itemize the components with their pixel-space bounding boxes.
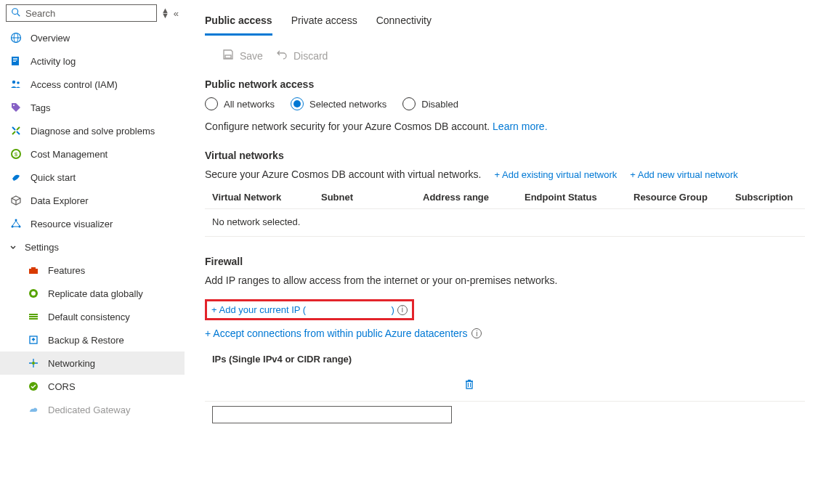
firewall-section: Firewall Add IP ranges to allow access f… [205, 256, 805, 431]
tab-private-access[interactable]: Private access [291, 15, 357, 36]
nav-label: Tags [31, 102, 50, 113]
svg-rect-22 [29, 316, 38, 317]
svg-rect-8 [13, 61, 16, 62]
learn-more-link[interactable]: Learn more. [493, 121, 547, 132]
radio-icon [205, 97, 218, 110]
accept-dc-link[interactable]: + Accept connections from within public … [205, 328, 467, 339]
toolbox-icon [28, 264, 39, 276]
radio-all-networks[interactable]: All networks [205, 97, 275, 110]
nav-cors[interactable]: CORS [0, 375, 185, 398]
discard-button[interactable]: Discard [276, 49, 328, 62]
info-icon[interactable]: i [471, 328, 482, 338]
svg-rect-23 [29, 318, 38, 320]
rocket-icon [10, 171, 22, 183]
nav-cost-management[interactable]: $ Cost Management [0, 142, 185, 166]
nav-label: Activity log [31, 56, 76, 67]
nav-consistency[interactable]: Default consistency [0, 305, 185, 328]
svg-point-9 [12, 81, 15, 84]
nav-label: Quick start [31, 172, 76, 183]
svg-rect-17 [29, 269, 38, 274]
nav-features[interactable]: Features [0, 259, 185, 282]
svg-point-25 [32, 362, 35, 365]
col-vn: Virtual Network [212, 192, 321, 203]
nav-group-label: Settings [25, 242, 59, 253]
nav-quick-start[interactable]: Quick start [0, 166, 185, 189]
svg-point-20 [31, 291, 36, 296]
ip-input[interactable] [212, 406, 452, 423]
nav-diagnose[interactable]: Diagnose and solve problems [0, 119, 185, 142]
save-button[interactable]: Save [222, 49, 263, 62]
nav-tags[interactable]: Tags [0, 96, 185, 119]
svg-point-11 [13, 105, 15, 106]
nav-resource-visualizer[interactable]: Resource visualizer [0, 212, 185, 235]
cors-icon [28, 381, 39, 392]
svg-rect-18 [31, 267, 36, 269]
public-network-heading: Public network access [205, 78, 805, 90]
vn-actions: + Add existing virtual network + Add new… [495, 169, 738, 180]
add-new-vn-link[interactable]: + Add new virtual network [630, 169, 738, 180]
radio-disabled[interactable]: Disabled [402, 97, 458, 110]
network-access-desc: Configure network security for your Azur… [205, 121, 805, 132]
radio-label: Disabled [421, 99, 458, 110]
nav-label: Access control (IAM) [31, 79, 118, 90]
add-existing-vn-link[interactable]: + Add existing virtual network [495, 169, 617, 180]
network-icon [28, 357, 39, 369]
sort-icon[interactable]: ▲▼ [161, 8, 169, 18]
tab-connectivity[interactable]: Connectivity [376, 15, 432, 36]
nav-gateway[interactable]: Dedicated Gateway [0, 398, 185, 421]
firewall-desc: Add IP ranges to allow access from the i… [205, 275, 805, 286]
svg-line-1 [17, 13, 20, 16]
radio-icon [402, 97, 416, 110]
nav-access-control[interactable]: Access control (IAM) [0, 73, 185, 96]
virtual-networks-heading: Virtual networks [205, 150, 805, 161]
tab-public-access[interactable]: Public access [205, 15, 272, 36]
backup-icon [28, 334, 39, 346]
discard-label: Discard [293, 50, 328, 62]
nav-data-explorer[interactable]: Data Explorer [0, 189, 185, 212]
svg-rect-28 [466, 381, 472, 389]
nav-list: Overview Activity log Access control (IA… [0, 26, 185, 421]
save-icon [222, 49, 234, 62]
nav-label: Diagnose and solve problems [31, 126, 155, 137]
col-subnet: Subnet [321, 192, 423, 203]
ip-row-existing [205, 372, 805, 402]
search-icon [11, 7, 21, 20]
nav-group-settings[interactable]: Settings [0, 235, 185, 259]
nav-networking[interactable]: Networking [0, 351, 185, 375]
wrench-icon [10, 125, 22, 137]
collapse-icon[interactable]: « [174, 8, 179, 19]
nav-label: Data Explorer [31, 195, 88, 206]
radio-label: Selected networks [309, 99, 386, 110]
nav-label: Backup & Restore [48, 335, 124, 346]
ip-value-placeholder [212, 376, 452, 394]
nav-activity-log[interactable]: Activity log [0, 49, 185, 73]
tabs: Public access Private access Connectivit… [205, 15, 805, 36]
nav-label: Networking [48, 358, 95, 369]
radio-label: All networks [224, 99, 275, 110]
add-current-ip-link[interactable]: + Add your current IP ( ) [211, 304, 394, 315]
accept-dc-row: + Accept connections from within public … [205, 325, 805, 342]
nav-overview[interactable]: Overview [0, 26, 185, 49]
info-icon[interactable]: i [397, 305, 408, 315]
vn-desc: Secure your Azure Cosmos DB account with… [205, 168, 482, 180]
svg-rect-7 [13, 60, 17, 60]
chevron-down-icon [7, 241, 19, 253]
search-box[interactable] [6, 4, 157, 22]
sidebar: ▲▼ « Overview Activity log Access contro… [0, 0, 185, 504]
ips-column-header: IPs (Single IPv4 or CIDR range) [205, 342, 805, 372]
network-access-radio-group: All networks Selected networks Disabled [205, 97, 805, 110]
vn-table-header: Virtual Network Subnet Address range End… [205, 186, 805, 209]
search-row: ▲▼ « [0, 4, 185, 26]
graph-icon [10, 218, 22, 229]
radio-selected-networks[interactable]: Selected networks [291, 97, 386, 110]
globe-icon [10, 32, 22, 44]
delete-icon[interactable] [463, 378, 475, 392]
search-input[interactable] [25, 8, 152, 19]
nav-replicate[interactable]: Replicate data globally [0, 282, 185, 305]
svg-point-10 [17, 81, 20, 84]
nav-label: Features [48, 265, 85, 276]
svg-point-0 [12, 8, 18, 14]
col-rg: Resource Group [633, 192, 735, 203]
link-suffix: ) [391, 304, 394, 315]
nav-backup[interactable]: Backup & Restore [0, 328, 185, 351]
